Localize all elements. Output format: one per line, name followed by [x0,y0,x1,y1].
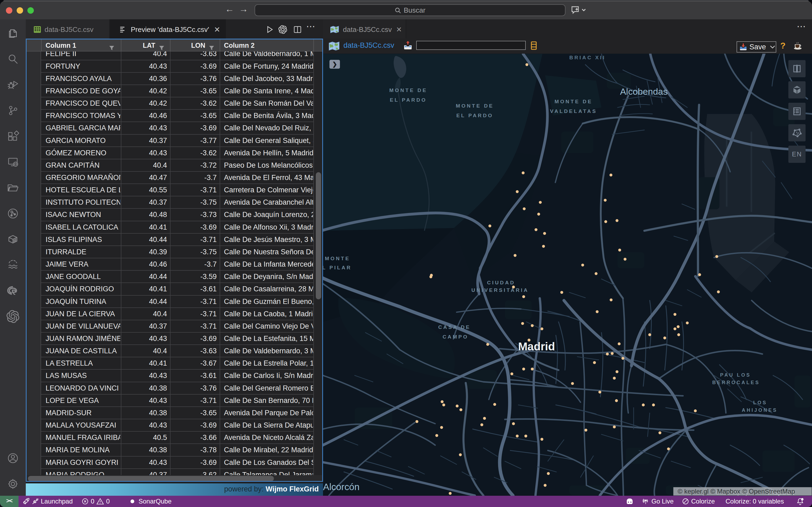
svg-text:BERROCALES: BERROCALES [712,380,760,385]
svg-text:MONTE DE: MONTE DE [456,103,494,109]
svg-text:LOS: LOS [753,400,767,405]
svg-text:MONTE: MONTE [325,256,350,261]
svg-text:BRIAC XII: BRIAC XII [569,55,606,60]
svg-text:CASA DE: CASA DE [438,324,471,330]
svg-text:L PILAR: L PILAR [323,265,352,270]
svg-text:PAU LOS: PAU LOS [720,372,751,378]
svg-text:MONTE DE: MONTE DE [389,88,427,93]
svg-text:EL PARDO: EL PARDO [390,97,427,103]
svg-text:VALDELATAS: VALDELATAS [550,108,597,114]
svg-text:© kepler.gl © Mapbox © OpenStr: © kepler.gl © Mapbox © OpenStreetMap [678,488,795,495]
svg-text:UNIVERSITARIA: UNIVERSITARIA [471,287,529,293]
svg-text:MONTE DE: MONTE DE [555,99,593,104]
svg-text:Alcobendas: Alcobendas [620,87,667,97]
svg-text:Madrid: Madrid [518,340,555,353]
svg-text:CAMPO: CAMPO [443,334,468,340]
svg-text:Alcorcón: Alcorcón [323,482,360,492]
svg-text:EL PARDO: EL PARDO [456,113,493,118]
svg-text:AHIJONES: AHIJONES [742,407,778,413]
svg-text:CIUDAD: CIUDAD [487,280,515,285]
